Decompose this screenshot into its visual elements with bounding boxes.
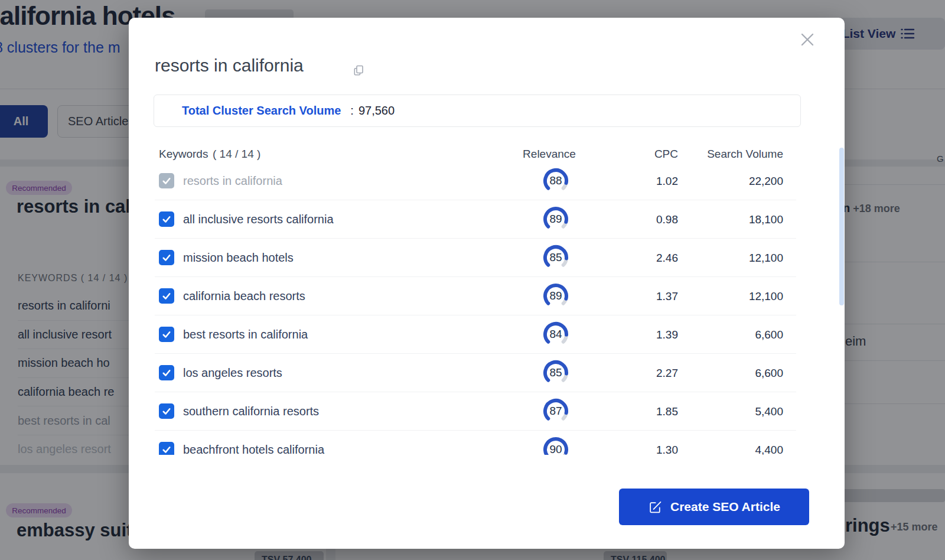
keyword-row: beachfront hotels california 901.304,400 <box>155 431 796 455</box>
relevance-gauge: 84 <box>542 321 569 348</box>
keyword-checkbox[interactable] <box>159 288 174 304</box>
cpc-value: 2.46 <box>619 239 678 277</box>
keyword-row: resorts in california 881.0222,200 <box>155 162 796 200</box>
relevance-gauge: 85 <box>542 244 569 271</box>
keyword-label: best resorts in california <box>183 315 308 354</box>
search-volume-value: 5,400 <box>695 392 783 431</box>
total-search-volume-box: Total Cluster Search Volume : 97,560 <box>154 95 801 127</box>
col-keywords-count: ( 14 / 14 ) <box>213 148 260 161</box>
search-volume-value: 6,600 <box>695 354 783 392</box>
modal-title: resorts in california <box>155 56 304 76</box>
relevance-value: 84 <box>542 321 569 348</box>
keyword-label: mission beach hotels <box>183 239 294 277</box>
cpc-value: 1.37 <box>619 277 678 315</box>
tsv-label: Total Cluster Search Volume <box>182 104 341 118</box>
modal-scrollbar-thumb[interactable] <box>839 148 844 305</box>
relevance-gauge: 88 <box>542 167 569 194</box>
create-seo-article-label: Create SEO Article <box>670 500 780 514</box>
keyword-row: california beach resorts 891.3712,100 <box>155 277 796 315</box>
keyword-row: best resorts in california 841.396,600 <box>155 315 796 354</box>
col-search-volume: Search Volume <box>606 148 783 161</box>
cpc-value: 2.27 <box>619 354 678 392</box>
relevance-gauge: 90 <box>542 436 569 455</box>
cpc-value: 1.39 <box>619 315 678 354</box>
cpc-value: 0.98 <box>619 200 678 239</box>
relevance-value: 87 <box>542 398 569 425</box>
cpc-value: 1.85 <box>619 392 678 431</box>
keyword-row: southern california resorts 871.855,400 <box>155 392 796 431</box>
relevance-gauge: 89 <box>542 206 569 233</box>
keyword-row: all inclusive resorts california 890.981… <box>155 200 796 239</box>
search-volume-value: 4,400 <box>695 431 783 455</box>
relevance-value: 89 <box>542 206 569 233</box>
keyword-row: los angeles resorts 852.276,600 <box>155 354 796 392</box>
keyword-label: los angeles resorts <box>183 354 282 392</box>
tsv-value: 97,560 <box>359 104 395 118</box>
search-volume-value: 22,200 <box>695 162 783 200</box>
create-seo-article-button[interactable]: Create SEO Article <box>619 489 809 525</box>
keyword-rows: resorts in california 881.0222,200all in… <box>155 162 796 455</box>
relevance-gauge: 85 <box>542 359 569 386</box>
tsv-colon: : <box>350 104 354 118</box>
keyword-checkbox[interactable] <box>159 442 174 455</box>
keyword-label: all inclusive resorts california <box>183 200 334 239</box>
relevance-value: 85 <box>542 359 569 386</box>
keyword-checkbox[interactable] <box>159 250 174 265</box>
cpc-value: 1.30 <box>619 431 678 455</box>
search-volume-value: 12,100 <box>695 277 783 315</box>
keyword-checkbox[interactable] <box>159 211 174 227</box>
keyword-checkbox[interactable] <box>159 327 174 342</box>
relevance-value: 88 <box>542 167 569 194</box>
relevance-value: 85 <box>542 244 569 271</box>
keyword-row: mission beach hotels 852.4612,100 <box>155 239 796 277</box>
close-icon[interactable] <box>799 31 816 48</box>
search-volume-value: 6,600 <box>695 315 783 354</box>
keyword-checkbox-disabled <box>159 173 174 188</box>
keyword-checkbox[interactable] <box>159 403 174 419</box>
relevance-gauge: 87 <box>542 398 569 425</box>
keyword-label: beachfront hotels california <box>183 431 324 455</box>
cluster-detail-modal: resorts in california Total Cluster Sear… <box>129 18 845 549</box>
col-keywords: Keywords <box>159 148 208 161</box>
cpc-value: 1.02 <box>619 162 678 200</box>
keyword-checkbox[interactable] <box>159 365 174 380</box>
relevance-value: 90 <box>542 436 569 455</box>
relevance-gauge: 89 <box>542 282 569 310</box>
keyword-label: california beach resorts <box>183 277 305 315</box>
compose-icon <box>648 500 663 515</box>
search-volume-value: 18,100 <box>695 200 783 239</box>
keyword-label: southern california resorts <box>183 392 319 431</box>
copy-icon[interactable] <box>352 64 365 77</box>
keyword-label: resorts in california <box>183 162 282 200</box>
search-volume-value: 12,100 <box>695 239 783 277</box>
relevance-value: 89 <box>542 282 569 310</box>
